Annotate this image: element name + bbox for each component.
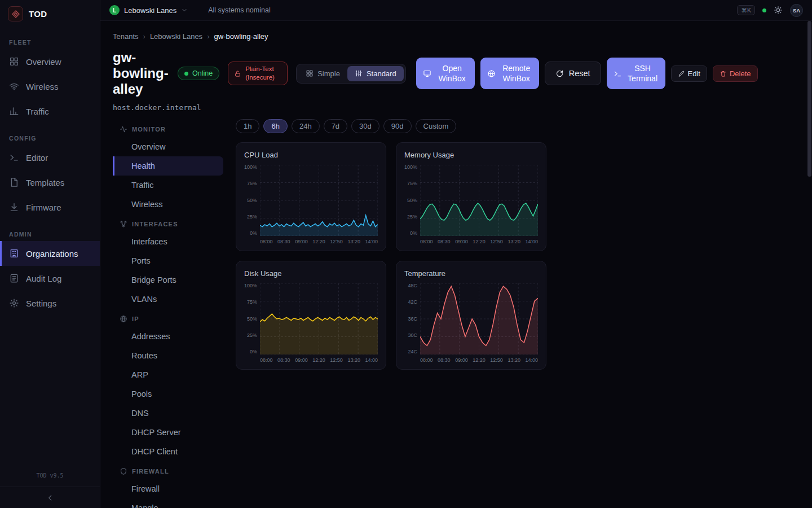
time-range-90d[interactable]: 90d xyxy=(383,119,412,133)
chevron-down-icon xyxy=(181,7,188,14)
y-tick-label: 42C xyxy=(408,300,417,305)
breadcrumb-item-lebowski-lanes[interactable]: Lebowski Lanes xyxy=(150,32,202,41)
x-tick-label: 14:00 xyxy=(365,357,378,363)
device-nav-item-addresses[interactable]: Addresses xyxy=(113,327,223,346)
delete-button[interactable]: Delete xyxy=(713,65,758,82)
chart-title: Temperature xyxy=(404,269,538,278)
sidebar-item-wireless[interactable]: Wireless xyxy=(0,74,100,99)
time-range-7d[interactable]: 7d xyxy=(324,119,347,133)
remote-winbox-button[interactable]: Remote WinBox xyxy=(480,58,539,89)
mode-option-simple[interactable]: Simple xyxy=(298,66,347,81)
breadcrumb-item-tenants[interactable]: Tenants xyxy=(113,32,139,41)
open-winbox-button[interactable]: Open WinBox xyxy=(416,58,475,89)
device-nav-item-interfaces[interactable]: Interfaces xyxy=(113,232,223,251)
sidebar-item-traffic[interactable]: Traffic xyxy=(0,99,100,124)
x-tick-label: 09:00 xyxy=(455,239,468,244)
theme-toggle-icon[interactable] xyxy=(774,6,783,15)
sidebar-item-firmware[interactable]: Firmware xyxy=(0,195,100,220)
device-nav-section-label: INTERFACES xyxy=(132,221,178,227)
wifi-icon xyxy=(9,81,19,91)
device-nav-item-dns[interactable]: DNS xyxy=(113,404,223,423)
chart-body: 48C42C36C30C24C xyxy=(404,283,538,354)
edit-button[interactable]: Edit xyxy=(671,65,707,82)
monitor-icon xyxy=(423,69,431,78)
globe-icon xyxy=(120,315,127,323)
device-nav-item-dhcp-server[interactable]: DHCP Server xyxy=(113,423,223,442)
x-tick-label: 09:00 xyxy=(295,239,308,244)
x-tick-label: 12:20 xyxy=(312,239,325,244)
device-nav-item-routes[interactable]: Routes xyxy=(113,346,223,365)
main-content: Tenants›Lebowski Lanes›gw-bowling-alley … xyxy=(100,21,812,508)
device-nav-item-pools[interactable]: Pools xyxy=(113,384,223,404)
breadcrumb-separator: › xyxy=(143,32,145,41)
y-tick-label: 100% xyxy=(244,165,257,170)
device-nav-item-vlans[interactable]: VLANs xyxy=(113,290,223,309)
device-nav-item-arp[interactable]: ARP xyxy=(113,365,223,384)
device-nav-section-monitor: MONITOR xyxy=(113,119,223,137)
chart-plot xyxy=(260,283,378,354)
sidebar-item-settings[interactable]: Settings xyxy=(0,291,100,316)
breadcrumb: Tenants›Lebowski Lanes›gw-bowling-alley xyxy=(113,32,800,41)
time-range-1h[interactable]: 1h xyxy=(236,119,259,133)
download-icon xyxy=(9,202,19,212)
chart-x-axis: 08:0008:3009:0012:2012:5013:2014:00 xyxy=(420,239,538,244)
reset-button[interactable]: Reset xyxy=(545,62,601,85)
view-mode-toggle: Simple Standard xyxy=(296,64,406,84)
chart-y-axis: 100%75%50%25%0% xyxy=(244,165,260,236)
device-nav-item-mangle[interactable]: Mangle xyxy=(113,498,223,508)
ssh-terminal-button[interactable]: SSH Terminal xyxy=(607,58,665,89)
sidebar-item-label: Wireless xyxy=(26,82,59,91)
chart-plot xyxy=(420,165,538,236)
chart-plot xyxy=(260,165,378,236)
x-tick-label: 12:50 xyxy=(490,357,503,363)
charts-column: 1h6h24h7d30d90dCustom CPU Load 100%75%50… xyxy=(236,119,546,370)
pencil-icon xyxy=(678,70,685,77)
shield-icon xyxy=(120,467,127,475)
app-name: TOD xyxy=(29,9,47,19)
device-nav-item-traffic[interactable]: Traffic xyxy=(113,176,223,195)
chart-body: 100%75%50%25%0% xyxy=(244,283,378,354)
x-tick-label: 13:20 xyxy=(347,239,360,244)
time-range-pills: 1h6h24h7d30d90dCustom xyxy=(236,119,546,133)
sidebar-item-overview[interactable]: Overview xyxy=(0,49,100,74)
device-nav-item-overview[interactable]: Overview xyxy=(113,137,223,156)
gear-icon xyxy=(9,298,19,308)
device-nav-item-health[interactable]: Health xyxy=(113,156,223,176)
sidebar-item-templates[interactable]: Templates xyxy=(0,170,100,195)
sidebar-item-label: Firmware xyxy=(26,203,61,212)
x-tick-label: 12:50 xyxy=(330,357,343,363)
button-label: Reset xyxy=(569,69,590,78)
sidebar-item-organizations[interactable]: Organizations xyxy=(0,241,100,266)
time-range-6h[interactable]: 6h xyxy=(263,119,287,133)
device-nav-item-ports[interactable]: Ports xyxy=(113,251,223,270)
time-range-custom[interactable]: Custom xyxy=(416,119,457,133)
mode-option-standard[interactable]: Standard xyxy=(347,66,404,81)
topbar: L Lebowski Lanes All systems nominal ⌘K … xyxy=(100,0,812,21)
device-nav-item-firewall[interactable]: Firewall xyxy=(113,479,223,498)
command-palette-shortcut[interactable]: ⌘K xyxy=(737,5,755,15)
y-tick-label: 50% xyxy=(407,198,417,203)
y-tick-label: 75% xyxy=(247,300,257,305)
chart-x-axis: 08:0008:3009:0012:2012:5013:2014:00 xyxy=(260,357,378,363)
device-nav-item-wireless[interactable]: Wireless xyxy=(113,195,223,214)
terminal-icon xyxy=(614,69,622,78)
sidebar-item-audit-log[interactable]: Audit Log xyxy=(0,266,100,291)
x-tick-label: 08:30 xyxy=(277,357,290,363)
tenant-switcher[interactable]: L Lebowski Lanes xyxy=(109,5,188,15)
trash-icon xyxy=(720,70,727,77)
diamond-icon xyxy=(11,10,20,19)
device-nav-item-dhcp-client[interactable]: DHCP Client xyxy=(113,442,223,461)
chart-y-axis: 100%75%50%25%0% xyxy=(244,283,260,354)
sidebar-item-editor[interactable]: Editor xyxy=(0,145,100,170)
content-row: MONITOR OverviewHealthTrafficWireless IN… xyxy=(113,119,800,508)
device-nav-item-bridge-ports[interactable]: Bridge Ports xyxy=(113,270,223,290)
time-range-24h[interactable]: 24h xyxy=(292,119,320,133)
page-header: gw-bowling-alley Online Plain-Text (Inse… xyxy=(113,50,800,97)
button-label: Edit xyxy=(688,69,700,78)
sidebar-collapse-button[interactable] xyxy=(0,487,100,508)
scrollbar-thumb[interactable] xyxy=(807,21,811,177)
building-icon xyxy=(9,248,19,259)
y-tick-label: 0% xyxy=(250,231,257,236)
time-range-30d[interactable]: 30d xyxy=(351,119,379,133)
user-avatar[interactable]: SA xyxy=(790,4,803,17)
